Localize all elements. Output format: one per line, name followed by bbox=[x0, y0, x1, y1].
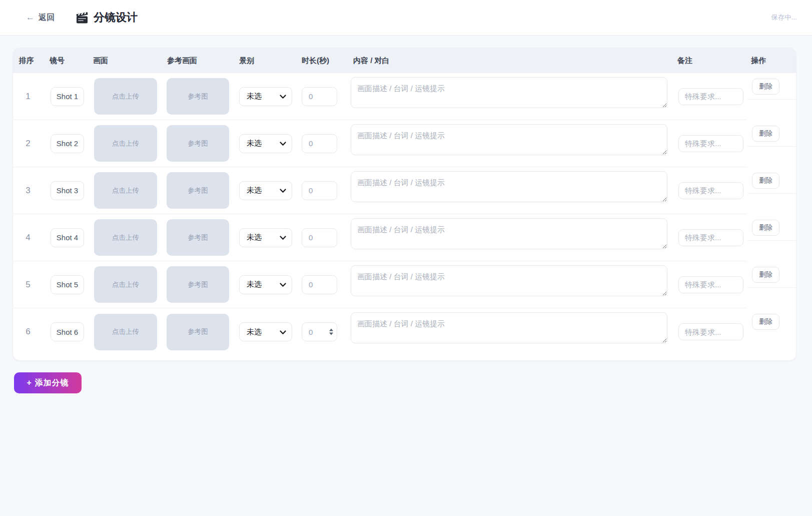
topbar-left: ← 返回 分镜设计 bbox=[26, 10, 138, 25]
content-textarea[interactable] bbox=[351, 265, 667, 296]
row-actions-cell: 删除 bbox=[747, 120, 796, 147]
scene-type-select[interactable]: 未选 bbox=[239, 275, 292, 294]
shot-number-input[interactable] bbox=[51, 87, 84, 106]
frame-upload-box[interactable]: 点击上传 bbox=[94, 266, 157, 303]
content-textarea[interactable] bbox=[351, 312, 667, 343]
delete-button[interactable]: 删除 bbox=[752, 173, 779, 189]
duration-input[interactable] bbox=[302, 181, 337, 200]
notes-input[interactable] bbox=[678, 182, 743, 199]
table-row: 1 点击上传 参考图 未选 删除 bbox=[13, 73, 796, 120]
scene-type-selected-value: 未选 bbox=[247, 327, 262, 337]
delete-button[interactable]: 删除 bbox=[752, 220, 779, 236]
row-main-cells: 6 点击上传 参考图 未选 bbox=[13, 308, 747, 355]
back-button[interactable]: ← 返回 bbox=[26, 13, 55, 23]
reference-upload-label: 参考图 bbox=[188, 186, 208, 195]
column-header-frame: 画面 bbox=[93, 56, 108, 66]
content-textarea[interactable] bbox=[351, 218, 667, 249]
row-actions-cell: 删除 bbox=[747, 214, 796, 241]
content-textarea[interactable] bbox=[351, 171, 667, 202]
duration-input[interactable] bbox=[302, 87, 337, 106]
shot-number-input[interactable] bbox=[51, 275, 84, 294]
reference-upload-label: 参考图 bbox=[188, 280, 208, 289]
row-order-number: 3 bbox=[19, 186, 37, 196]
delete-button[interactable]: 删除 bbox=[752, 267, 779, 283]
scene-type-selected-value: 未选 bbox=[247, 186, 262, 195]
row-main-cells: 2 点击上传 参考图 未选 bbox=[13, 120, 747, 167]
duration-field bbox=[302, 181, 337, 200]
notes-input[interactable] bbox=[678, 229, 743, 246]
duration-field bbox=[302, 87, 337, 106]
shot-number-input[interactable] bbox=[51, 181, 84, 200]
content-textarea[interactable] bbox=[351, 77, 667, 108]
reference-upload-box[interactable]: 参考图 bbox=[167, 78, 229, 115]
column-header-actions: 操作 bbox=[751, 56, 766, 66]
column-header-order: 排序 bbox=[19, 56, 34, 66]
scene-type-selected-value: 未选 bbox=[247, 280, 262, 289]
page-title: 分镜设计 bbox=[94, 10, 138, 25]
chevron-down-icon bbox=[280, 139, 286, 148]
delete-button[interactable]: 删除 bbox=[752, 126, 779, 142]
column-header-reference: 参考画面 bbox=[167, 56, 197, 66]
delete-button[interactable]: 删除 bbox=[752, 314, 779, 330]
reference-upload-label: 参考图 bbox=[188, 139, 208, 148]
shot-number-input[interactable] bbox=[51, 322, 84, 341]
frame-upload-box[interactable]: 点击上传 bbox=[94, 78, 157, 115]
frame-upload-box[interactable]: 点击上传 bbox=[94, 172, 157, 209]
duration-input[interactable] bbox=[302, 228, 337, 247]
row-order-number: 2 bbox=[19, 139, 37, 149]
shot-number-input[interactable] bbox=[51, 228, 84, 247]
row-main-cells: 4 点击上传 参考图 未选 bbox=[13, 214, 747, 261]
frame-upload-box[interactable]: 点击上传 bbox=[94, 314, 157, 350]
reference-upload-box[interactable]: 参考图 bbox=[167, 314, 229, 350]
add-shot-button[interactable]: + 添加分镜 bbox=[14, 372, 82, 393]
scene-type-select[interactable]: 未选 bbox=[239, 228, 292, 247]
table-row: 3 点击上传 参考图 未选 删除 bbox=[13, 167, 796, 214]
notes-input[interactable] bbox=[678, 323, 743, 340]
row-main-cells: 5 点击上传 参考图 未选 bbox=[13, 261, 747, 308]
clapperboard-icon bbox=[76, 12, 89, 24]
notes-input[interactable] bbox=[678, 276, 743, 293]
storyboard-table-card: 排序 镜号 画面 参考画面 景别 时长(秒) 内容 / 对白 备注 操作 1 点… bbox=[13, 48, 796, 361]
column-header-duration: 时长(秒) bbox=[302, 56, 329, 66]
scene-type-select[interactable]: 未选 bbox=[239, 322, 292, 341]
scene-type-select[interactable]: 未选 bbox=[239, 87, 292, 106]
reference-upload-box[interactable]: 参考图 bbox=[167, 172, 229, 209]
column-header-scene-type: 景别 bbox=[239, 56, 254, 66]
row-main-cells: 1 点击上传 参考图 未选 bbox=[13, 73, 747, 120]
frame-upload-box[interactable]: 点击上传 bbox=[94, 125, 157, 162]
reference-upload-label: 参考图 bbox=[188, 233, 208, 242]
shot-number-input[interactable] bbox=[51, 134, 84, 153]
table-row: 2 点击上传 参考图 未选 删除 bbox=[13, 120, 796, 167]
duration-input[interactable] bbox=[302, 275, 337, 294]
reference-upload-box[interactable]: 参考图 bbox=[167, 219, 229, 256]
delete-button[interactable]: 删除 bbox=[752, 79, 779, 95]
chevron-down-icon bbox=[280, 186, 286, 195]
row-order-number: 4 bbox=[19, 233, 37, 243]
topbar: ← 返回 分镜设计 保存中... bbox=[0, 0, 812, 36]
column-header-content: 内容 / 对白 bbox=[353, 56, 390, 66]
notes-input[interactable] bbox=[678, 88, 743, 105]
scene-type-select[interactable]: 未选 bbox=[239, 181, 292, 200]
reference-upload-box[interactable]: 参考图 bbox=[167, 125, 229, 162]
column-header-shot: 镜号 bbox=[50, 56, 65, 66]
duration-input[interactable] bbox=[302, 134, 337, 153]
reference-upload-box[interactable]: 参考图 bbox=[167, 266, 229, 303]
column-header-notes: 备注 bbox=[677, 56, 692, 66]
row-actions-cell: 删除 bbox=[747, 261, 796, 288]
row-order-number: 6 bbox=[19, 327, 37, 337]
reference-upload-label: 参考图 bbox=[188, 92, 208, 101]
duration-field bbox=[302, 275, 337, 294]
frame-upload-label: 点击上传 bbox=[112, 327, 139, 336]
content-textarea[interactable] bbox=[351, 124, 667, 155]
back-arrow-icon: ← bbox=[26, 13, 35, 23]
scene-type-selected-value: 未选 bbox=[247, 139, 262, 148]
reference-upload-label: 参考图 bbox=[188, 327, 208, 336]
notes-input[interactable] bbox=[678, 135, 743, 152]
number-stepper-icon[interactable] bbox=[329, 329, 333, 335]
frame-upload-box[interactable]: 点击上传 bbox=[94, 219, 157, 256]
row-order-number: 1 bbox=[19, 92, 37, 102]
scene-type-select[interactable]: 未选 bbox=[239, 134, 292, 153]
row-actions-cell: 删除 bbox=[747, 167, 796, 194]
frame-upload-label: 点击上传 bbox=[112, 233, 139, 242]
table-row: 5 点击上传 参考图 未选 删除 bbox=[13, 261, 796, 308]
